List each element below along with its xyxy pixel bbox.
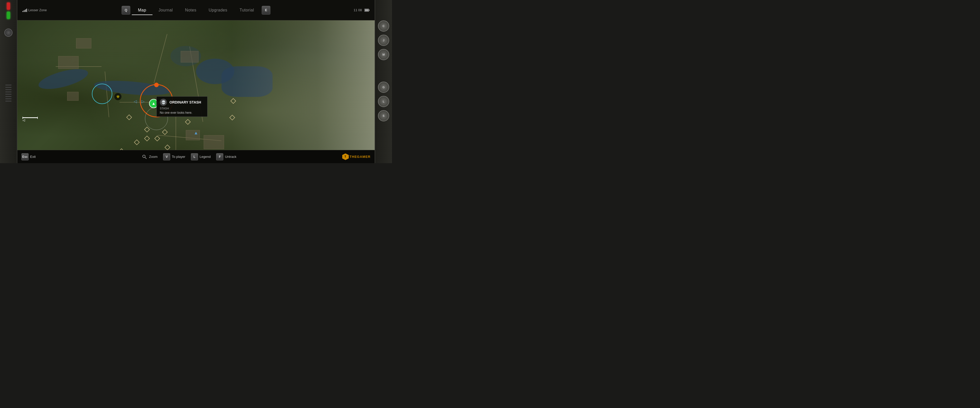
location-text: Lesser Zone — [28, 8, 47, 12]
right-button-c[interactable]: C — [378, 21, 389, 32]
zoom-icon — [142, 154, 148, 160]
svg-point-3 — [143, 155, 145, 157]
vent-line — [5, 85, 11, 86]
structure-1 — [76, 38, 91, 48]
bottom-center: Zoom V To player L Legend F Untrack — [142, 153, 240, 160]
thegamer-logo: T THEGAMER — [342, 154, 371, 160]
signal-bars-icon — [22, 8, 27, 12]
map-area[interactable]: ◁ ▷ ▲ ☢ 💀 💀 ORDINARY STASH STASH No one … — [18, 21, 375, 150]
vent-line — [5, 98, 11, 99]
tab-upgrades[interactable]: Upgrades — [202, 6, 233, 14]
location-status: Lesser Zone — [22, 8, 47, 12]
svg-rect-2 — [365, 9, 369, 11]
player-arrow-icon: ▲ — [151, 101, 156, 106]
stash-tooltip: 💀 ORDINARY STASH STASH No one ever looks… — [156, 96, 207, 117]
signal-bar-2 — [24, 10, 24, 12]
right-button-j[interactable]: J — [378, 35, 389, 46]
right-arrow-icon: ▷ — [142, 99, 145, 104]
radiation-marker: ☢ — [115, 93, 121, 100]
svg-line-4 — [145, 157, 146, 159]
right-button-g[interactable]: G — [378, 82, 389, 93]
exit-label: Exit — [30, 155, 36, 159]
vent-line — [5, 92, 11, 92]
legend-label: Legend — [200, 155, 210, 159]
vent-line — [5, 94, 11, 95]
to-player-label: To player — [172, 155, 185, 159]
zoom-label: Zoom — [149, 155, 158, 159]
main-container: Lesser Zone Q Map Journal Notes Upgrades… — [18, 0, 375, 163]
signal-bar-4 — [26, 9, 27, 12]
untrack-label: Untrack — [225, 155, 236, 159]
v-key[interactable]: V — [163, 153, 170, 160]
water-body-3 — [221, 66, 272, 97]
header-left: Lesser Zone — [22, 8, 47, 12]
esc-key[interactable]: Esc — [21, 153, 29, 160]
bottom-bar: Esc Exit Zoom V To player L Legend F Unt… — [18, 150, 375, 163]
right-button-s[interactable]: S — [378, 110, 389, 121]
f-key[interactable]: F — [216, 153, 223, 160]
objective-marker — [154, 83, 159, 87]
signal-bar-3 — [25, 10, 26, 12]
left-knob — [4, 29, 13, 37]
structure-3 — [67, 92, 79, 101]
bottom-left: Esc Exit — [21, 153, 40, 160]
right-button-l[interactable]: L — [378, 96, 389, 107]
scale-label: ×2 — [22, 119, 25, 122]
radiation-icon: ☢ — [116, 95, 120, 99]
l-key[interactable]: L — [191, 153, 198, 160]
stash-skull-icon: 💀 — [160, 99, 167, 106]
tab-notes[interactable]: Notes — [179, 6, 202, 14]
structure-2 — [58, 56, 79, 69]
vent-line — [5, 87, 11, 88]
battery-icon — [364, 9, 369, 12]
left-panel — [0, 0, 18, 163]
right-panel: C J M G L S — [375, 0, 392, 163]
q-key-button[interactable]: Q — [121, 6, 130, 14]
stash-description: No one ever looks here. — [160, 111, 204, 114]
scale-bar: ×2 — [22, 117, 38, 122]
vent-line — [5, 96, 11, 97]
stash-tooltip-header: 💀 ORDINARY STASH — [160, 99, 204, 106]
indicator-green — [7, 12, 10, 19]
tab-journal[interactable]: Journal — [152, 6, 179, 14]
bottom-right: T THEGAMER — [342, 154, 371, 160]
logo-hex-icon: T — [342, 154, 349, 160]
vent-line — [5, 89, 11, 90]
tab-tutorial[interactable]: Tutorial — [234, 6, 260, 14]
left-vent — [5, 85, 11, 105]
left-arrow-icon: ◁ — [134, 99, 137, 104]
header: Lesser Zone Q Map Journal Notes Upgrades… — [18, 0, 375, 21]
vent-line — [5, 101, 11, 102]
e-key-button[interactable]: E — [262, 6, 270, 14]
signal-bar-1 — [22, 11, 23, 12]
header-right: 11 08 — [353, 8, 369, 12]
structure-6 — [204, 135, 224, 149]
nav-tabs: Q Map Journal Notes Upgrades Tutorial E — [120, 6, 272, 14]
stash-title: ORDINARY STASH — [169, 100, 201, 104]
time-display: 11 08 — [353, 8, 362, 12]
logo-text: THEGAMER — [350, 155, 371, 159]
player-range-circle — [92, 84, 112, 104]
stash-subtitle: STASH — [160, 107, 204, 110]
nav-arrow-bottom-icon: ▲ — [194, 130, 198, 136]
tab-map[interactable]: Map — [132, 6, 152, 14]
scale-line — [22, 117, 38, 118]
svg-rect-1 — [369, 10, 370, 11]
structure-4 — [181, 51, 199, 62]
indicator-red — [7, 3, 10, 10]
right-button-m[interactable]: M — [378, 49, 389, 60]
